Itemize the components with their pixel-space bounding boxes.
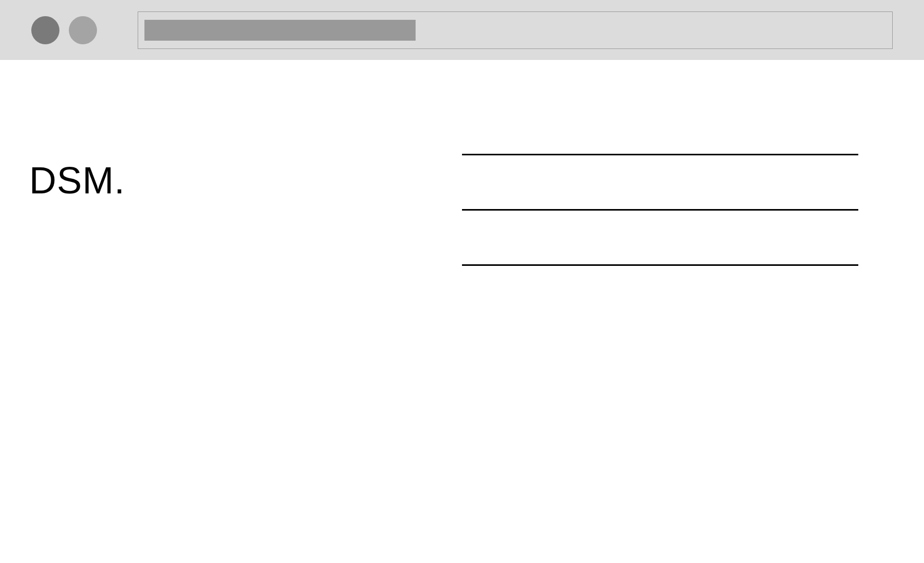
address-bar[interactable] bbox=[138, 11, 893, 49]
page-content: DSM. bbox=[0, 60, 924, 563]
right-section bbox=[462, 91, 895, 532]
address-bar-content bbox=[144, 20, 416, 41]
menu-item-3[interactable] bbox=[462, 264, 858, 266]
left-section: DSM. bbox=[29, 91, 462, 532]
menu-item-2[interactable] bbox=[462, 209, 858, 211]
menu-item-1[interactable] bbox=[462, 154, 858, 155]
browser-chrome bbox=[0, 0, 924, 60]
logo-text: DSM. bbox=[29, 159, 125, 202]
window-control-1[interactable] bbox=[31, 16, 59, 44]
window-control-2[interactable] bbox=[69, 16, 97, 44]
